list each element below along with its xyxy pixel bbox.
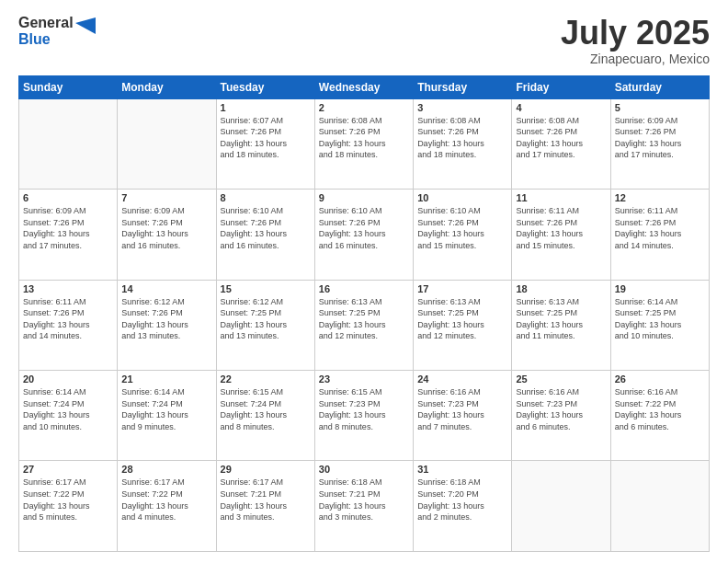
table-row: 26Sunrise: 6:16 AM Sunset: 7:22 PM Dayli… [610,371,709,461]
table-row: 24Sunrise: 6:16 AM Sunset: 7:23 PM Dayli… [414,371,512,461]
title-block: July 2025 Zinapecuaro, Mexico [561,15,710,66]
day-detail: Sunrise: 6:17 AM Sunset: 7:21 PM Dayligh… [221,477,311,523]
table-row: 4Sunrise: 6:08 AM Sunset: 7:26 PM Daylig… [512,98,610,189]
logo-general: General [18,15,74,31]
calendar-subtitle: Zinapecuaro, Mexico [561,52,710,66]
table-row: 7Sunrise: 6:09 AM Sunset: 7:26 PM Daylig… [118,190,216,280]
day-number: 19 [615,283,705,294]
day-detail: Sunrise: 6:09 AM Sunset: 7:26 PM Dayligh… [121,205,211,251]
day-number: 6 [23,192,113,203]
table-row: 25Sunrise: 6:16 AM Sunset: 7:23 PM Dayli… [512,371,610,461]
day-detail: Sunrise: 6:18 AM Sunset: 7:20 PM Dayligh… [417,477,507,523]
calendar-week-row: 13Sunrise: 6:11 AM Sunset: 7:26 PM Dayli… [19,280,710,370]
logo-triangle-icon [75,17,96,45]
calendar-title: July 2025 [561,15,710,52]
day-number: 30 [319,464,409,475]
day-detail: Sunrise: 6:10 AM Sunset: 7:26 PM Dayligh… [319,205,409,251]
table-row: 31Sunrise: 6:18 AM Sunset: 7:20 PM Dayli… [414,461,512,552]
day-number: 5 [615,102,705,113]
table-row: 18Sunrise: 6:13 AM Sunset: 7:25 PM Dayli… [512,280,610,370]
day-detail: Sunrise: 6:12 AM Sunset: 7:26 PM Dayligh… [121,296,211,342]
day-detail: Sunrise: 6:10 AM Sunset: 7:26 PM Dayligh… [417,205,507,251]
day-number: 24 [417,373,507,385]
day-number: 3 [417,102,507,113]
table-row: 8Sunrise: 6:10 AM Sunset: 7:26 PM Daylig… [216,190,314,280]
table-row: 21Sunrise: 6:14 AM Sunset: 7:24 PM Dayli… [118,371,216,461]
day-detail: Sunrise: 6:11 AM Sunset: 7:26 PM Dayligh… [23,296,113,342]
day-detail: Sunrise: 6:15 AM Sunset: 7:23 PM Dayligh… [319,386,409,432]
day-number: 11 [516,192,606,203]
day-number: 23 [319,373,409,385]
table-row [512,461,610,552]
table-row: 17Sunrise: 6:13 AM Sunset: 7:25 PM Dayli… [414,280,512,370]
calendar-week-row: 1Sunrise: 6:07 AM Sunset: 7:26 PM Daylig… [19,98,710,189]
day-number: 12 [615,192,705,203]
day-detail: Sunrise: 6:10 AM Sunset: 7:26 PM Dayligh… [221,205,311,251]
table-row: 30Sunrise: 6:18 AM Sunset: 7:21 PM Dayli… [314,461,413,552]
table-row: 14Sunrise: 6:12 AM Sunset: 7:26 PM Dayli… [118,280,216,370]
col-tuesday: Tuesday [216,75,314,98]
day-detail: Sunrise: 6:13 AM Sunset: 7:25 PM Dayligh… [516,296,606,342]
day-detail: Sunrise: 6:13 AM Sunset: 7:25 PM Dayligh… [319,296,409,342]
day-number: 31 [417,464,507,475]
day-detail: Sunrise: 6:12 AM Sunset: 7:25 PM Dayligh… [221,296,311,342]
table-row: 1Sunrise: 6:07 AM Sunset: 7:26 PM Daylig… [216,98,314,189]
day-number: 22 [221,373,311,385]
logo-text-block: General Blue [18,15,74,49]
day-detail: Sunrise: 6:16 AM Sunset: 7:23 PM Dayligh… [516,386,606,432]
day-number: 13 [23,283,113,294]
col-wednesday: Wednesday [314,75,413,98]
calendar-week-row: 20Sunrise: 6:14 AM Sunset: 7:24 PM Dayli… [19,371,710,461]
table-row [610,461,709,552]
logo-container: General Blue [18,15,96,49]
col-thursday: Thursday [414,75,512,98]
day-number: 9 [319,192,409,203]
day-detail: Sunrise: 6:08 AM Sunset: 7:26 PM Dayligh… [516,115,606,161]
day-detail: Sunrise: 6:17 AM Sunset: 7:22 PM Dayligh… [23,477,113,523]
table-row: 22Sunrise: 6:15 AM Sunset: 7:24 PM Dayli… [216,371,314,461]
table-row: 2Sunrise: 6:08 AM Sunset: 7:26 PM Daylig… [314,98,413,189]
day-number: 26 [615,373,705,385]
day-detail: Sunrise: 6:11 AM Sunset: 7:26 PM Dayligh… [516,205,606,251]
table-row: 10Sunrise: 6:10 AM Sunset: 7:26 PM Dayli… [414,190,512,280]
day-number: 10 [417,192,507,203]
table-row: 29Sunrise: 6:17 AM Sunset: 7:21 PM Dayli… [216,461,314,552]
table-row: 16Sunrise: 6:13 AM Sunset: 7:25 PM Dayli… [314,280,413,370]
day-detail: Sunrise: 6:08 AM Sunset: 7:26 PM Dayligh… [319,115,409,161]
day-number: 14 [121,283,211,294]
table-row: 27Sunrise: 6:17 AM Sunset: 7:22 PM Dayli… [19,461,118,552]
day-number: 4 [516,102,606,113]
day-detail: Sunrise: 6:15 AM Sunset: 7:24 PM Dayligh… [221,386,311,432]
table-row [118,98,216,189]
day-detail: Sunrise: 6:18 AM Sunset: 7:21 PM Dayligh… [319,477,409,523]
day-detail: Sunrise: 6:07 AM Sunset: 7:26 PM Dayligh… [221,115,311,161]
calendar-week-row: 6Sunrise: 6:09 AM Sunset: 7:26 PM Daylig… [19,190,710,280]
day-detail: Sunrise: 6:16 AM Sunset: 7:22 PM Dayligh… [615,386,705,432]
day-detail: Sunrise: 6:13 AM Sunset: 7:25 PM Dayligh… [417,296,507,342]
day-detail: Sunrise: 6:09 AM Sunset: 7:26 PM Dayligh… [23,205,113,251]
table-row: 12Sunrise: 6:11 AM Sunset: 7:26 PM Dayli… [610,190,709,280]
table-row: 13Sunrise: 6:11 AM Sunset: 7:26 PM Dayli… [19,280,118,370]
day-number: 28 [121,464,211,475]
day-detail: Sunrise: 6:09 AM Sunset: 7:26 PM Dayligh… [615,115,705,161]
calendar-header-row: Sunday Monday Tuesday Wednesday Thursday… [19,75,710,98]
table-row: 23Sunrise: 6:15 AM Sunset: 7:23 PM Dayli… [314,371,413,461]
day-number: 7 [121,192,211,203]
day-number: 29 [221,464,311,475]
col-friday: Friday [512,75,610,98]
day-number: 18 [516,283,606,294]
day-number: 1 [221,102,311,113]
day-number: 15 [221,283,311,294]
svg-marker-0 [75,17,96,34]
day-detail: Sunrise: 6:17 AM Sunset: 7:22 PM Dayligh… [121,477,211,523]
day-number: 21 [121,373,211,385]
day-number: 8 [221,192,311,203]
day-detail: Sunrise: 6:11 AM Sunset: 7:26 PM Dayligh… [615,205,705,251]
table-row: 6Sunrise: 6:09 AM Sunset: 7:26 PM Daylig… [19,190,118,280]
day-number: 16 [319,283,409,294]
table-row: 20Sunrise: 6:14 AM Sunset: 7:24 PM Dayli… [19,371,118,461]
day-detail: Sunrise: 6:14 AM Sunset: 7:24 PM Dayligh… [23,386,113,432]
table-row: 15Sunrise: 6:12 AM Sunset: 7:25 PM Dayli… [216,280,314,370]
day-number: 20 [23,373,113,385]
table-row: 9Sunrise: 6:10 AM Sunset: 7:26 PM Daylig… [314,190,413,280]
